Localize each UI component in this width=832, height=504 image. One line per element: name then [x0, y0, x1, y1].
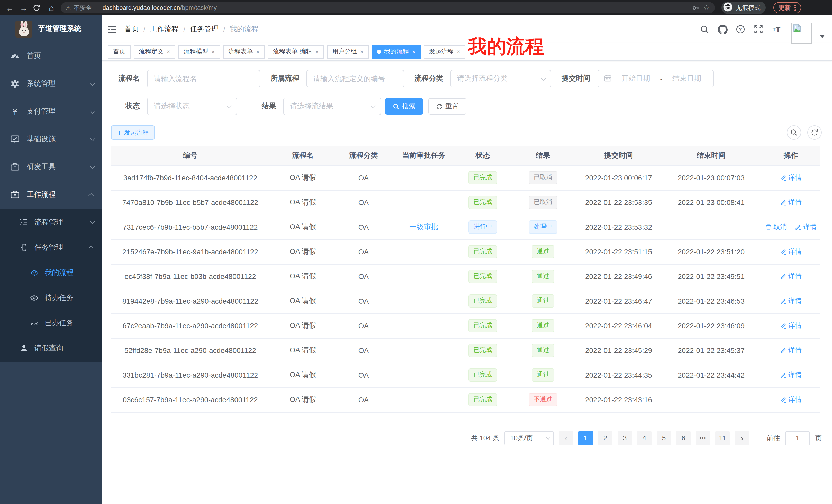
close-icon[interactable]: × [256, 48, 260, 55]
sidebar-item-home[interactable]: 首页 [0, 42, 102, 70]
process-definition-input[interactable] [307, 70, 404, 87]
sidebar-item-leave-query[interactable]: 请假查询 [0, 335, 102, 361]
status-badge: 已完成 [468, 344, 497, 357]
close-icon[interactable]: × [315, 48, 319, 55]
more-pages-button[interactable]: ••• [696, 431, 710, 445]
search-icon[interactable] [699, 24, 710, 34]
breadcrumb-home[interactable]: 首页 [125, 25, 139, 34]
calendar-icon [604, 74, 612, 83]
result-badge: 已取消 [529, 196, 557, 209]
fullscreen-icon[interactable] [753, 24, 763, 34]
update-button[interactable]: 更新 [773, 2, 801, 13]
breadcrumb-workflow[interactable]: 工作流程 [150, 25, 179, 34]
insecure-label: 不安全 [74, 4, 92, 11]
sidebar-item-workflow[interactable]: 工作流程 [0, 181, 102, 208]
browser-chrome: ← → ⌂ ⚠ 不安全 dashboard.yudao.iocoder.cn/b… [0, 0, 832, 16]
submit-time-range-picker[interactable]: 开始日期 - 结束日期 [598, 70, 714, 87]
chevron-down-icon [90, 80, 95, 86]
tab-start-process[interactable]: 发起流程× [424, 45, 465, 58]
detail-link[interactable]: 详情 [780, 272, 802, 281]
close-icon[interactable]: × [412, 48, 415, 55]
filter-result-label: 结果 [237, 102, 283, 111]
page-button-5[interactable]: 5 [657, 431, 671, 445]
detail-link[interactable]: 详情 [780, 346, 802, 355]
page-button-11[interactable]: 11 [715, 431, 730, 445]
detail-link[interactable]: 详情 [780, 297, 802, 306]
github-icon[interactable] [717, 24, 728, 34]
sidebar-item-system[interactable]: 系统管理 [0, 70, 102, 97]
close-icon[interactable]: × [457, 48, 460, 55]
page-size-select[interactable]: 10条/页 [504, 431, 554, 445]
detail-link[interactable]: 详情 [780, 173, 802, 183]
next-page-button[interactable]: › [735, 431, 749, 445]
browser-menu-icon[interactable] [795, 5, 796, 11]
avatar-caret-icon[interactable] [820, 35, 825, 38]
tab-process-form-edit[interactable]: 流程表单-编辑× [268, 45, 324, 58]
sidebar-item-infra[interactable]: 基础设施 [0, 125, 102, 153]
tab-user-group[interactable]: 用户分组× [327, 45, 369, 58]
tab-my-process[interactable]: 我的流程× [372, 45, 421, 58]
password-key-icon[interactable] [693, 4, 700, 11]
active-dot [377, 50, 381, 54]
current-task-link[interactable]: 一级审批 [409, 222, 438, 231]
process-name-input[interactable] [147, 70, 260, 87]
result-select[interactable]: 请选择流结果 [283, 97, 381, 115]
sidebar-item-my-process[interactable]: 我的流程 [0, 260, 102, 285]
result-badge: 通过 [532, 319, 554, 332]
page-button-2[interactable]: 2 [598, 431, 613, 445]
reload-icon[interactable] [33, 4, 42, 11]
help-icon[interactable]: ? [735, 24, 746, 34]
detail-link[interactable]: 详情 [780, 198, 802, 207]
goto-page-input[interactable] [785, 431, 810, 445]
font-size-icon[interactable]: TT [771, 24, 782, 34]
list-tree-icon [20, 218, 28, 227]
col-submit-time: 提交时间 [577, 146, 660, 165]
table-row: 3ad174fb-7b9d-11ec-8404-acde48001122 OA … [111, 165, 820, 190]
category-select[interactable]: 请选择流程分类 [450, 70, 551, 87]
forward-icon[interactable]: → [19, 4, 28, 11]
home-icon[interactable]: ⌂ [47, 3, 56, 12]
search-button[interactable]: 搜索 [385, 98, 423, 115]
detail-link[interactable]: 详情 [795, 222, 816, 232]
create-process-button[interactable]: + 发起流程 [111, 125, 155, 140]
page-button-3[interactable]: 3 [618, 431, 632, 445]
detail-link[interactable]: 详情 [780, 370, 802, 380]
cancel-link[interactable]: 取消 [765, 222, 787, 232]
sidebar-fold-icon[interactable] [107, 24, 117, 34]
avatar[interactable] [791, 22, 812, 44]
sidebar-item-process-mgmt[interactable]: 流程管理 [0, 209, 102, 235]
status-select[interactable]: 请选择状态 [147, 97, 237, 115]
tab-process-model[interactable]: 流程模型× [178, 45, 220, 58]
status-badge: 已完成 [468, 295, 497, 307]
sidebar-item-devtools[interactable]: 研发工具 [0, 153, 102, 181]
insecure-warning-icon: ⚠ [66, 4, 71, 11]
address-bar[interactable]: ⚠ 不安全 dashboard.yudao.iocoder.cn/bpm/tas… [61, 2, 715, 13]
table-row: 7317cec6-7b9b-11ec-b5b7-acde48001122 OA … [111, 215, 820, 240]
sidebar-item-task-mgmt[interactable]: 任务管理 [0, 235, 102, 260]
sidebar-item-payment[interactable]: ¥ 支付管理 [0, 97, 102, 125]
page-button-4[interactable]: 4 [637, 431, 651, 445]
tab-home[interactable]: 首页 [108, 45, 131, 58]
tab-process-form[interactable]: 流程表单× [223, 45, 265, 58]
close-icon[interactable]: × [360, 48, 364, 55]
page-button-1[interactable]: 1 [578, 431, 593, 445]
table-refresh-button[interactable] [807, 125, 822, 140]
sidebar-item-todo-tasks[interactable]: 待办任务 [0, 285, 102, 310]
sidebar-item-done-tasks[interactable]: 已办任务 [0, 310, 102, 335]
close-icon[interactable]: × [211, 48, 215, 55]
bookmark-star-icon[interactable]: ☆ [703, 4, 710, 12]
tab-process-definition[interactable]: 流程定义× [134, 45, 175, 58]
prev-page-button[interactable]: ‹ [559, 431, 573, 445]
breadcrumb-task-mgmt[interactable]: 任务管理 [190, 25, 219, 34]
table-search-toggle-button[interactable] [787, 125, 801, 140]
page-button-6[interactable]: 6 [676, 431, 691, 445]
reset-button[interactable]: 重置 [428, 98, 466, 115]
status-badge: 进行中 [468, 220, 497, 233]
detail-link[interactable]: 详情 [780, 321, 802, 330]
back-icon[interactable]: ← [5, 4, 15, 11]
briefcase-icon [10, 190, 20, 199]
detail-link[interactable]: 详情 [780, 247, 802, 256]
close-icon[interactable]: × [166, 48, 170, 55]
detail-link[interactable]: 详情 [780, 395, 802, 404]
col-end-time: 结束时间 [660, 146, 762, 165]
